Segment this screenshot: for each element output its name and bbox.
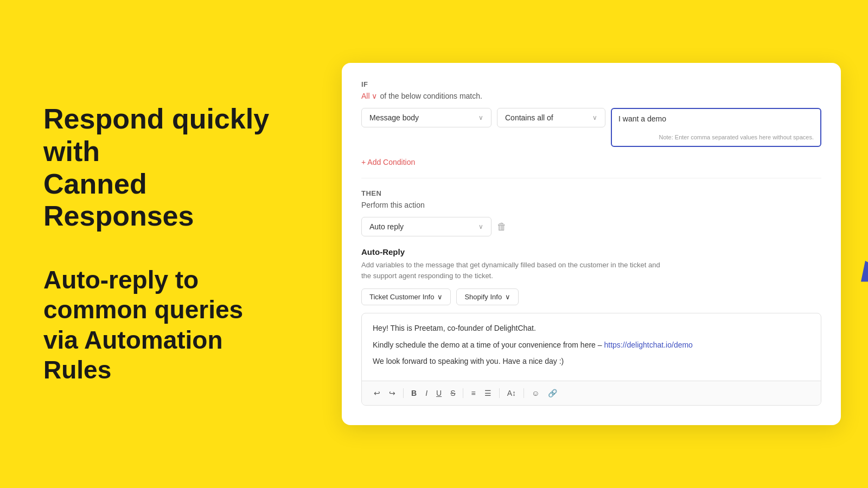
condition-text: of the below conditions match. [380, 92, 482, 100]
toolbar-separator-4 [524, 388, 524, 398]
link-button[interactable]: 🔗 [545, 387, 560, 400]
bold-button[interactable]: B [408, 387, 420, 400]
divider [361, 178, 821, 178]
operator-select[interactable]: Contains all of ∨ [497, 108, 605, 127]
message-line-2: Kindly schedule the demo at a time of yo… [373, 339, 810, 351]
demo-link[interactable]: https://delightchat.io/demo [604, 341, 692, 349]
left-panel: Respond quickly with Canned Responses Au… [0, 70, 315, 418]
undo-button[interactable]: ↩ [371, 387, 384, 400]
conditions-fields: Message body ∨ Contains all of ∨ I want … [361, 108, 821, 147]
action-row: Auto reply ∨ 🗑 [361, 217, 821, 236]
editor-toolbar: ↩ ↪ B I U S ≡ ☰ A↕ ☺ 🔗 [362, 381, 821, 405]
unordered-list-button[interactable]: ☰ [481, 387, 495, 400]
field-select[interactable]: Message body ∨ [361, 108, 492, 127]
toolbar-separator-3 [499, 388, 500, 398]
underline-button[interactable]: U [433, 387, 445, 400]
message-body[interactable]: Hey! This is Preetam, co-founder of Deli… [362, 313, 821, 380]
if-label: IF [361, 80, 821, 88]
operator-select-chevron: ∨ [592, 114, 597, 121]
then-label: THEN [361, 189, 821, 197]
toolbar-separator-2 [463, 388, 463, 398]
autoreply-section: Auto-Reply Add variables to the message … [361, 247, 821, 405]
message-editor: Hey! This is Preetam, co-founder of Deli… [361, 313, 821, 405]
ticket-info-chevron: ∨ [437, 293, 443, 301]
ticket-customer-info-button[interactable]: Ticket Customer Info ∨ [361, 288, 451, 305]
italic-button[interactable]: I [422, 387, 431, 400]
font-size-button[interactable]: A↕ [504, 387, 519, 400]
message-line-1: Hey! This is Preetam, co-founder of Deli… [373, 322, 810, 334]
field-select-chevron: ∨ [478, 114, 483, 121]
autoreply-title: Auto-Reply [361, 247, 821, 256]
variable-buttons: Ticket Customer Info ∨ Shopify Info ∨ [361, 288, 821, 305]
all-dropdown[interactable]: All ∨ [361, 92, 377, 100]
action-select[interactable]: Auto reply ∨ [361, 217, 492, 236]
delete-action-button[interactable]: 🗑 [497, 221, 507, 233]
value-input-container: I want a demo Note: Enter comma separate… [611, 108, 821, 147]
action-select-chevron: ∨ [478, 223, 483, 230]
autoreply-description: Add variables to the message that get dy… [361, 260, 821, 281]
add-condition-button[interactable]: + Add Condition [361, 158, 415, 166]
right-panel: IF All ∨ of the below conditions match. … [315, 52, 868, 435]
perform-label: Perform this action [361, 201, 821, 209]
arrow-icon [846, 184, 868, 282]
strikethrough-button[interactable]: S [447, 387, 458, 400]
emoji-button[interactable]: ☺ [528, 387, 542, 400]
automation-card: IF All ∨ of the below conditions match. … [342, 63, 841, 425]
redo-button[interactable]: ↪ [386, 387, 399, 400]
message-line-3: We look forward to speaking with you. Ha… [373, 355, 810, 367]
shopify-info-button[interactable]: Shopify Info ∨ [456, 288, 519, 305]
ordered-list-button[interactable]: ≡ [468, 387, 478, 400]
arrow-container [846, 184, 868, 284]
title-auto-reply: Auto-reply to common queries via Automat… [43, 265, 282, 385]
title-canned-responses: Respond quickly with Canned Responses [43, 103, 282, 233]
shopify-info-chevron: ∨ [505, 293, 510, 301]
value-input[interactable]: I want a demo Note: Enter comma separate… [611, 108, 821, 147]
condition-row: All ∨ of the below conditions match. [361, 92, 821, 100]
toolbar-separator-1 [403, 388, 404, 398]
